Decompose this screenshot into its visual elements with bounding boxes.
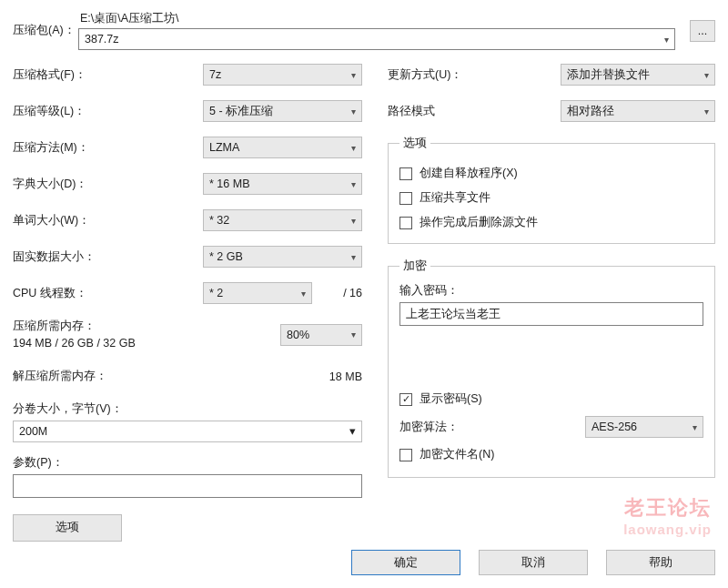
help-button[interactable]: 帮助 <box>606 550 715 575</box>
solid-select[interactable]: * 2 GB ▾ <box>203 246 362 268</box>
chevron-down-icon: ▾ <box>351 106 356 117</box>
delete-after-checkbox[interactable] <box>399 217 412 229</box>
update-mode-select[interactable]: 添加并替换文件 ▾ <box>561 64 715 86</box>
archive-filename-combo[interactable]: 387.7z ▾ <box>78 28 675 50</box>
path-mode-value: 相对路径 <box>567 104 614 119</box>
chevron-down-icon: ▾ <box>351 179 356 189</box>
path-mode-select[interactable]: 相对路径 ▾ <box>561 100 715 122</box>
encrypt-legend: 加密 <box>399 259 430 274</box>
share-label: 压缩共享文件 <box>420 190 490 206</box>
mem-comp-label: 压缩所需内存： <box>13 318 136 335</box>
mem-comp-value: 194 MB / 26 GB / 32 GB <box>13 335 136 352</box>
chevron-down-icon: ▾ <box>349 424 356 438</box>
word-select[interactable]: * 32 ▾ <box>203 209 362 231</box>
ok-button[interactable]: 确定 <box>351 550 460 575</box>
dict-label: 字典大小(D)： <box>13 173 186 196</box>
help-button-label: 帮助 <box>649 555 672 571</box>
params-label: 参数(P)： <box>13 455 362 471</box>
mem-decomp-label: 解压缩所需内存： <box>13 365 186 388</box>
options-button-label: 选项 <box>56 520 79 535</box>
threads-label: CPU 线程数： <box>13 282 186 305</box>
browse-button[interactable]: ... <box>690 20 715 42</box>
mem-pct-select[interactable]: 80% ▾ <box>280 324 362 346</box>
mem-pct-value: 80% <box>287 329 309 341</box>
encrypt-filenames-label: 加密文件名(N) <box>420 447 494 462</box>
chevron-down-icon: ▾ <box>704 70 709 80</box>
show-password-label: 显示密码(S) <box>420 391 482 407</box>
sfx-checkbox[interactable] <box>399 167 412 180</box>
format-select[interactable]: 7z ▾ <box>203 64 362 86</box>
mem-decomp-value: 18 MB <box>203 370 362 383</box>
options-button[interactable]: 选项 <box>13 514 122 542</box>
method-select[interactable]: LZMA ▾ <box>203 137 362 158</box>
level-value: 5 - 标准压缩 <box>209 104 273 119</box>
chevron-down-icon: ▾ <box>351 143 356 153</box>
chevron-down-icon: ▾ <box>693 422 697 432</box>
encrypt-filenames-checkbox[interactable] <box>399 449 412 461</box>
archive-path-prefix: E:\桌面\A压缩工坊\ <box>80 11 675 26</box>
cancel-button-label: 取消 <box>521 555 545 571</box>
solid-value: * 2 GB <box>209 250 243 263</box>
archive-label: 压缩包(A)： <box>13 23 78 38</box>
format-value: 7z <box>209 68 221 81</box>
chevron-down-icon: ▾ <box>351 216 356 226</box>
chevron-down-icon: ▾ <box>351 70 356 80</box>
algo-value: AES-256 <box>592 421 637 433</box>
password-input[interactable]: 上老王论坛当老王 <box>399 302 703 326</box>
ellipsis-icon: ... <box>698 25 707 37</box>
share-checkbox[interactable] <box>399 192 412 205</box>
delete-after-label: 操作完成后删除源文件 <box>420 215 538 230</box>
threads-value: * 2 <box>209 287 223 299</box>
path-mode-label: 路径模式 <box>388 104 435 119</box>
chevron-down-icon: ▾ <box>351 329 356 340</box>
algo-select[interactable]: AES-256 ▾ <box>585 416 703 438</box>
dict-value: * 16 MB <box>209 177 249 190</box>
options-fieldset: 选项 创建自释放程序(X) 压缩共享文件 操作完成后删除源文件 <box>388 136 715 244</box>
method-value: LZMA <box>209 141 239 154</box>
algo-label: 加密算法： <box>399 420 459 435</box>
split-size-value: 200M <box>19 425 47 438</box>
password-label: 输入密码： <box>399 283 703 299</box>
threads-total: / 16 <box>343 287 362 299</box>
threads-select[interactable]: * 2 ▾ <box>203 282 312 304</box>
split-size-combo[interactable]: 200M ▾ <box>13 421 362 442</box>
show-password-checkbox[interactable] <box>399 393 412 406</box>
level-label: 压缩等级(L)： <box>13 100 186 123</box>
cancel-button[interactable]: 取消 <box>479 550 588 575</box>
level-select[interactable]: 5 - 标准压缩 ▾ <box>203 100 362 122</box>
solid-label: 固实数据大小： <box>13 246 186 269</box>
method-label: 压缩方法(M)： <box>13 137 186 159</box>
sfx-label: 创建自释放程序(X) <box>420 166 518 181</box>
word-label: 单词大小(W)： <box>13 209 186 232</box>
password-value: 上老王论坛当老王 <box>406 307 500 322</box>
dict-select[interactable]: * 16 MB ▾ <box>203 173 362 195</box>
format-label: 压缩格式(F)： <box>13 64 186 86</box>
update-label: 更新方式(U)： <box>388 67 462 83</box>
chevron-down-icon: ▾ <box>351 252 356 262</box>
split-label: 分卷大小，字节(V)： <box>13 401 362 417</box>
archive-filename-value: 387.7z <box>85 33 119 46</box>
params-input[interactable] <box>13 474 362 498</box>
ok-button-label: 确定 <box>394 555 418 571</box>
word-value: * 32 <box>209 214 229 227</box>
chevron-down-icon: ▾ <box>301 289 306 299</box>
options-legend: 选项 <box>399 136 430 151</box>
chevron-down-icon: ▾ <box>664 35 669 45</box>
chevron-down-icon: ▾ <box>704 106 709 117</box>
update-mode-value: 添加并替换文件 <box>567 67 650 83</box>
encrypt-fieldset: 加密 输入密码： 上老王论坛当老王 显示密码(S) 加密算法： AES-256 … <box>388 259 715 478</box>
